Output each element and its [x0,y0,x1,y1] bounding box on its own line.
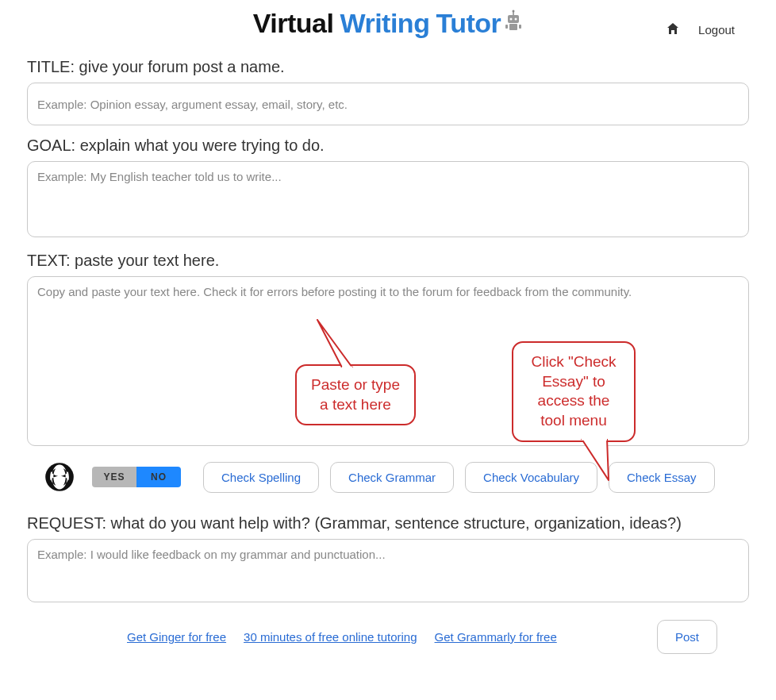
toggle-yes[interactable]: YES [92,467,136,487]
svg-point-3 [510,18,513,21]
footer: Get Ginger for free 30 minutes of free o… [0,606,776,654]
text-label: TEXT: paste your text here. [27,252,749,270]
request-input[interactable] [27,539,749,602]
ginger-link[interactable]: Get Ginger for free [127,630,226,644]
logout-link[interactable]: Logout [698,23,735,37]
tutoring-link[interactable]: 30 minutes of free online tutoring [244,630,417,644]
globe-icon[interactable] [43,460,76,494]
callout-paste-text: Paste or type a text here [311,376,400,413]
grammarly-link[interactable]: Get Grammarly for free [435,630,557,644]
callout-tail-icon [314,318,354,367]
goal-input[interactable] [27,161,749,237]
post-button[interactable]: Post [657,620,717,654]
goal-label: GOAL: explain what you were trying to do… [27,137,749,155]
main-container: TITLE: give your forum post a name. GOAL… [0,42,776,606]
logo-writing: Writing [340,8,429,39]
toggle-no[interactable]: NO [136,467,181,487]
svg-rect-7 [519,25,521,29]
check-essay-button[interactable]: Check Essay [609,462,715,493]
logo: Virtual Writing Tutor [253,8,524,39]
callout-tail-icon [577,439,613,482]
svg-rect-2 [508,15,519,23]
home-icon[interactable] [667,22,679,37]
logo-virtual: Virtual [253,8,334,39]
callout-check-text: Click "Check Essay" to access the tool m… [531,353,616,429]
header: Virtual Writing Tutor Logout [0,0,776,42]
check-grammar-button[interactable]: Check Grammar [330,462,454,493]
title-input[interactable] [27,83,749,125]
logo-tutor: Tutor [436,8,501,39]
yes-no-toggle[interactable]: YES NO [92,467,181,487]
svg-rect-6 [505,25,508,29]
robot-icon [504,8,523,39]
check-spelling-button[interactable]: Check Spelling [203,462,319,493]
request-label: REQUEST: what do you want help with? (Gr… [27,514,749,533]
svg-point-4 [515,18,517,21]
callout-check-essay: Click "Check Essay" to access the tool m… [512,341,636,442]
nav-right: Logout [667,22,735,37]
callout-paste: Paste or type a text here [295,364,416,425]
toolbar: YES NO Check Spelling Check Grammar Chec… [43,460,749,494]
svg-rect-5 [509,24,517,30]
title-label: TITLE: give your forum post a name. [27,58,749,76]
